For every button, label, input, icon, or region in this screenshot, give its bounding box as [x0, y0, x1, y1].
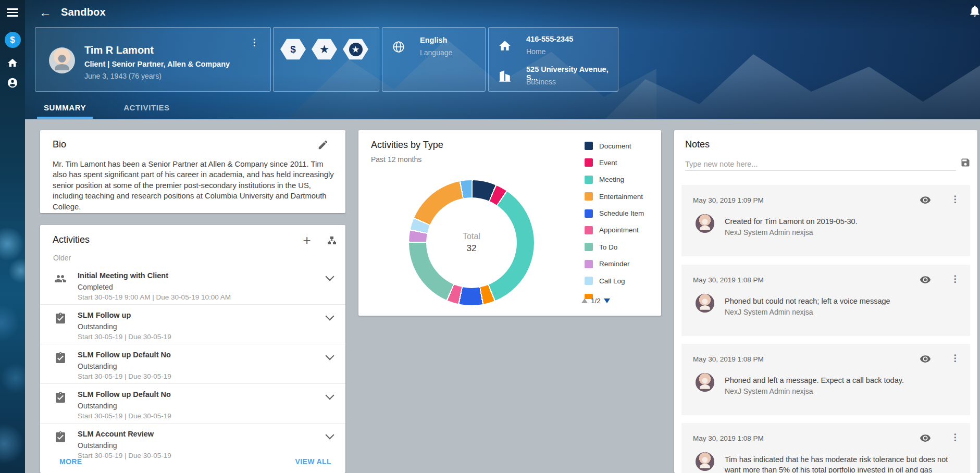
sidebar-item-finance[interactable]: $ [0, 32, 25, 48]
sidebar-item-profile[interactable] [0, 77, 25, 89]
legend-label: Call Log [599, 277, 625, 285]
chevron-down-icon[interactable] [326, 431, 334, 440]
legend-swatch [585, 176, 593, 184]
activity-row[interactable]: SLM Follow up Default No Outstanding Sta… [40, 384, 345, 424]
activity-title: SLM Follow up [78, 311, 131, 319]
bio-title: Bio [53, 139, 66, 150]
legend-label: Meeting [599, 176, 624, 183]
language-value: English [420, 36, 447, 44]
eye-icon[interactable] [920, 353, 931, 365]
activities-card: Activities + Older Initial Meeting with … [40, 225, 345, 473]
donut-center: Total 32 [426, 197, 517, 288]
add-activity-button[interactable]: + [300, 233, 314, 248]
chevron-down-icon[interactable] [326, 312, 334, 321]
legend-swatch [585, 226, 593, 234]
legend-item[interactable]: Appointment [585, 226, 661, 234]
legend-page-up-icon[interactable] [581, 298, 588, 303]
top-bar: ← Sandbox [0, 0, 980, 25]
legend-item[interactable]: Meeting [585, 176, 661, 184]
donut-total-value: 32 [467, 243, 477, 254]
activity-row[interactable]: SLM Follow up Outstanding Start 30-05-19… [40, 305, 345, 344]
profile-overflow-menu-icon[interactable]: ⋮ [250, 37, 259, 48]
task-clipboard-icon [54, 431, 67, 443]
hierarchy-icon[interactable] [326, 235, 338, 247]
activities-footer: MORE VIEW ALL [40, 456, 345, 469]
dollar-hexagon-badge[interactable]: $ [280, 38, 306, 60]
note-item[interactable]: May 30, 2019 1:09 PM ⋮ Created for Tim L… [681, 185, 970, 256]
notifications-bell-icon[interactable] [968, 4, 980, 20]
note-text: Phoned and left a message. Expect a call… [725, 375, 954, 385]
legend-swatch [585, 260, 593, 268]
legend-label: Event [599, 159, 617, 167]
legend-item[interactable]: Document [585, 142, 661, 150]
new-note-input[interactable] [685, 157, 956, 171]
activity-status: Outstanding [78, 362, 117, 370]
note-timestamp: May 30, 2019 1:08 PM [693, 276, 764, 284]
contact-info-card: 416-555-2345 Home 525 University Avenue,… [488, 27, 618, 92]
eye-icon[interactable] [920, 432, 931, 444]
note-author-avatar [696, 373, 714, 392]
note-item[interactable]: May 30, 2019 1:08 PM ⋮ Tim has indicated… [681, 423, 970, 473]
legend-item[interactable]: Call Log [585, 277, 661, 285]
phone-number[interactable]: 416-555-2345 [526, 35, 573, 43]
note-author-avatar [696, 214, 714, 233]
activity-row[interactable]: Initial Meeting with Client Completed St… [40, 265, 345, 305]
note-timestamp: May 30, 2019 1:08 PM [693, 355, 764, 363]
bio-card: Bio Mr. Tim Lamont has been a Senior Par… [40, 130, 345, 213]
activity-title: SLM Follow up Default No [78, 390, 171, 399]
legend-label: To Do [599, 243, 617, 251]
star-circle-hexagon-badge[interactable]: ★ [343, 38, 368, 60]
back-arrow-icon[interactable]: ← [38, 5, 53, 20]
view-all-button[interactable]: VIEW ALL [295, 457, 331, 466]
note-author-avatar [696, 294, 714, 313]
star-hexagon-badge[interactable]: ★ [312, 38, 337, 60]
eye-icon[interactable] [920, 194, 931, 206]
notes-card: Notes May 30, 2019 1:09 PM ⋮ Created for… [674, 130, 977, 473]
legend-swatch [585, 158, 593, 167]
note-text: Created for Tim Lamont on 2019-05-30. [725, 216, 954, 227]
profile-avatar[interactable] [49, 47, 75, 73]
note-overflow-menu-icon[interactable]: ⋮ [950, 273, 960, 285]
legend-swatch [585, 243, 593, 251]
person-icon [7, 77, 18, 89]
chart-legend: Document Event Meeting Entertainment Sch… [585, 142, 661, 299]
activity-status: Completed [78, 283, 113, 291]
legend-label: Appointment [599, 226, 639, 234]
save-disk-icon[interactable] [960, 157, 971, 168]
note-timestamp: May 30, 2019 1:08 PM [693, 434, 764, 442]
note-author: NexJ System Admin nexjsa [725, 308, 954, 316]
note-overflow-menu-icon[interactable]: ⋮ [950, 432, 960, 443]
note-overflow-menu-icon[interactable]: ⋮ [950, 194, 960, 205]
legend-item[interactable]: Event [585, 158, 661, 167]
note-item[interactable]: May 30, 2019 1:08 PM ⋮ Phoned but could … [681, 265, 970, 336]
task-clipboard-icon [54, 352, 67, 364]
legend-swatch [585, 277, 593, 285]
activity-row[interactable]: SLM Follow up Default No Outstanding Sta… [40, 344, 345, 384]
note-author: NexJ System Admin nexjsa [725, 228, 954, 236]
note-text: Phoned but could not reach; left a voice… [725, 296, 954, 306]
legend-label: Document [599, 142, 631, 150]
tab-summary[interactable]: SUMMARY [25, 98, 105, 119]
note-author-avatar [696, 452, 714, 471]
note-text: Tim has indicated that he has moderate r… [725, 454, 954, 473]
address-label: Business [526, 78, 556, 86]
tab-activities[interactable]: ACTIVITIES [105, 98, 189, 119]
chevron-down-icon[interactable] [326, 272, 334, 281]
legend-swatch [585, 192, 593, 201]
chevron-down-icon[interactable] [326, 352, 334, 360]
legend-item[interactable]: To Do [585, 243, 661, 251]
chevron-down-icon[interactable] [326, 391, 334, 400]
note-author: NexJ System Admin nexjsa [725, 387, 954, 395]
legend-item[interactable]: Entertainment [585, 192, 661, 201]
note-item[interactable]: May 30, 2019 1:08 PM ⋮ Phoned and left a… [681, 344, 970, 415]
note-overflow-menu-icon[interactable]: ⋮ [950, 353, 960, 364]
legend-item[interactable]: Schedule Item [585, 209, 661, 218]
more-button[interactable]: MORE [59, 457, 82, 466]
legend-page-down-icon[interactable] [604, 298, 610, 303]
eye-icon[interactable] [920, 274, 931, 285]
phone-label: Home [526, 47, 545, 56]
sidebar-item-home[interactable] [0, 57, 25, 69]
legend-item[interactable]: Reminder [585, 260, 661, 268]
contact-name: Tim R Lamont [84, 44, 154, 56]
edit-pencil-icon[interactable] [317, 139, 329, 151]
